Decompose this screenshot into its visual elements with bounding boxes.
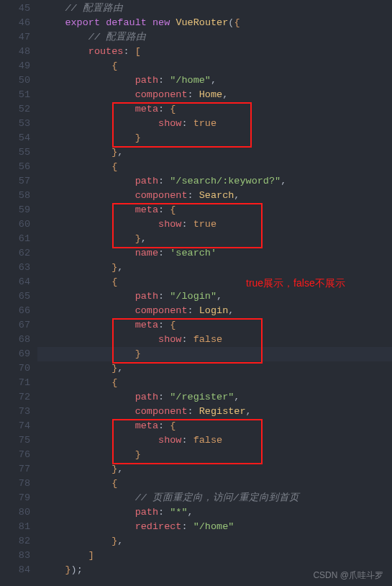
code-area[interactable]: // 配置路由 export default new VueRouter({ /…: [37, 0, 392, 586]
line-number: 58: [0, 189, 30, 203]
line-number: 73: [0, 405, 30, 419]
code-line[interactable]: },: [37, 534, 392, 549]
line-number: 59: [0, 203, 30, 217]
code-line[interactable]: path: "/home",: [37, 73, 392, 88]
code-line[interactable]: redirect: "/home": [37, 520, 392, 534]
code-line[interactable]: // 配置路由: [37, 30, 392, 45]
code-line[interactable]: {: [37, 376, 392, 390]
code-line[interactable]: {: [37, 160, 392, 174]
line-number: 54: [0, 131, 30, 145]
line-number: 66: [0, 304, 30, 318]
code-line[interactable]: routes: [: [37, 45, 392, 59]
line-number: 52: [0, 102, 30, 117]
code-line[interactable]: path: "*",: [37, 505, 392, 520]
line-number: 71: [0, 376, 30, 390]
watermark: CSDN @爪哇斗罗: [313, 569, 383, 582]
line-number: 46: [0, 16, 30, 30]
code-line[interactable]: }: [37, 131, 392, 145]
line-number: 53: [0, 117, 30, 131]
line-number: 49: [0, 59, 30, 73]
code-line[interactable]: component: Search,: [37, 189, 392, 203]
line-number: 45: [0, 1, 30, 16]
code-line[interactable]: },: [37, 261, 392, 275]
line-number: 62: [0, 246, 30, 261]
line-number: 78: [0, 477, 30, 491]
line-number: 79: [0, 491, 30, 505]
code-line[interactable]: component: Register,: [37, 405, 392, 419]
code-line[interactable]: },: [37, 145, 392, 160]
line-number: 50: [0, 73, 30, 88]
line-number: 69: [0, 347, 30, 361]
line-number: 81: [0, 520, 30, 534]
line-number: 65: [0, 289, 30, 304]
line-number: 67: [0, 318, 30, 333]
line-number: 64: [0, 275, 30, 289]
code-line[interactable]: show: true: [37, 117, 392, 131]
code-line[interactable]: show: true: [37, 217, 392, 232]
line-number: 70: [0, 361, 30, 376]
line-number: 84: [0, 563, 30, 577]
line-number: 60: [0, 217, 30, 232]
line-number: 83: [0, 549, 30, 563]
watermark-prefix: CSDN: [313, 570, 337, 580]
line-number: 51: [0, 88, 30, 102]
code-line[interactable]: }: [37, 448, 392, 462]
line-number: 63: [0, 261, 30, 275]
code-line[interactable]: {: [37, 59, 392, 73]
line-number: 55: [0, 145, 30, 160]
code-line[interactable]: component: Home,: [37, 88, 392, 102]
line-number: 47: [0, 30, 30, 45]
code-line[interactable]: ]: [37, 549, 392, 563]
annotation-text: true展示，false不展示: [246, 277, 345, 290]
code-line[interactable]: meta: {: [37, 203, 392, 217]
line-number: 72: [0, 390, 30, 405]
code-line[interactable]: name: 'search': [37, 246, 392, 261]
line-number-gutter: 4546474849505152535455565758596061626364…: [0, 0, 37, 586]
watermark-user: @爪哇斗罗: [340, 570, 383, 580]
code-line[interactable]: show: false: [37, 433, 392, 448]
code-line[interactable]: },: [37, 361, 392, 376]
line-number: 61: [0, 232, 30, 246]
line-number: 48: [0, 45, 30, 59]
code-line[interactable]: path: "/search/:keyword?",: [37, 174, 392, 189]
code-line[interactable]: },: [37, 232, 392, 246]
code-line[interactable]: export default new VueRouter({: [37, 16, 392, 30]
code-line[interactable]: },: [37, 462, 392, 477]
line-number: 74: [0, 419, 30, 433]
code-line[interactable]: path: "/login",: [37, 289, 392, 304]
line-number: 76: [0, 448, 30, 462]
line-number: 75: [0, 433, 30, 448]
line-number: 57: [0, 174, 30, 189]
code-line[interactable]: meta: {: [37, 318, 392, 333]
line-number: 82: [0, 534, 30, 549]
code-line[interactable]: path: "/register",: [37, 390, 392, 405]
code-line[interactable]: {: [37, 477, 392, 491]
line-number: 77: [0, 462, 30, 477]
code-line[interactable]: meta: {: [37, 419, 392, 433]
code-editor[interactable]: 4546474849505152535455565758596061626364…: [0, 0, 392, 586]
code-line[interactable]: show: false: [37, 333, 392, 347]
code-line[interactable]: // 页面重定向，访问/重定向到首页: [37, 491, 392, 505]
code-line[interactable]: }: [37, 347, 392, 361]
line-number: 56: [0, 160, 30, 174]
code-line[interactable]: component: Login,: [37, 304, 392, 318]
code-line[interactable]: meta: {: [37, 102, 392, 117]
line-number: 80: [0, 505, 30, 520]
line-number: 68: [0, 333, 30, 347]
code-line[interactable]: // 配置路由: [37, 1, 392, 16]
